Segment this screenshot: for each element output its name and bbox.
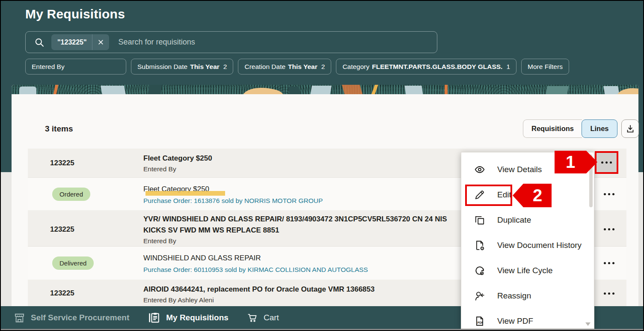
row-actions-button[interactable]	[604, 193, 614, 195]
search-term-label: "123225"	[57, 39, 87, 46]
menu-item-duplicate[interactable]: Duplicate	[461, 207, 594, 233]
row-actions-menu: View Details Edit Duplicate View Documen…	[461, 152, 594, 329]
line-title: WINDSHIELD AND GLASS REPAIR	[143, 253, 469, 264]
callout-number: 1	[555, 151, 586, 173]
requisition-title: AIROID 43644241, replacement PO for Orac…	[143, 284, 469, 295]
ellipsis-icon	[601, 161, 612, 164]
filter-value: This Year	[288, 63, 318, 71]
more-filters-button[interactable]: More Filters	[521, 59, 569, 75]
row-actions-button[interactable]	[604, 292, 614, 295]
yellow-highlight	[145, 191, 225, 196]
clear-search-icon[interactable]	[92, 34, 109, 50]
filter-label: Entered By	[32, 63, 65, 71]
filter-label: More Filters	[528, 63, 563, 71]
requisition-title: Fleet Category $250	[143, 153, 469, 164]
search-input[interactable]	[119, 38, 437, 47]
nav-self-service-procurement[interactable]: Self Service Procurement	[14, 312, 129, 323]
cart-icon	[246, 312, 258, 323]
decorative-banner	[12, 85, 638, 94]
search-term-chip[interactable]: "123225"	[51, 34, 109, 50]
callout-step-1: 1	[555, 151, 597, 173]
callout-arrow-right	[586, 151, 597, 173]
clipboard-icon	[148, 311, 160, 324]
requisition-number: 123225	[28, 149, 143, 177]
filter-label: Creation Date	[244, 63, 285, 71]
nav-label: Cart	[264, 313, 279, 322]
menu-item-label: View Document History	[497, 241, 582, 250]
reassign-icon	[474, 290, 485, 301]
filter-submission-date[interactable]: Submission Date This Year 2	[131, 59, 233, 75]
menu-item-label: View Life Cycle	[497, 266, 553, 275]
menu-item-label: View Details	[497, 165, 542, 174]
menu-item-view-life-cycle[interactable]: View Life Cycle	[461, 258, 594, 283]
filter-label: Submission Date	[137, 63, 187, 71]
menu-item-view-document-history[interactable]: View Document History	[461, 233, 594, 258]
nav-label: Self Service Procurement	[31, 313, 129, 322]
download-icon	[626, 124, 635, 134]
document-history-icon	[474, 240, 485, 251]
page-title: My Requisitions	[25, 7, 125, 21]
menu-item-label: Duplicate	[497, 215, 531, 225]
search-icon	[34, 37, 45, 48]
svg-text:PDF: PDF	[478, 321, 483, 324]
callout-arrow-left	[513, 184, 523, 207]
requisitions-view-button[interactable]: Requisitions	[523, 119, 582, 138]
search-box[interactable]: "123225"	[25, 31, 437, 53]
filter-category[interactable]: Category FLEETMNT.PARTS.GLASS.BODY GLASS…	[336, 59, 516, 75]
eye-icon	[474, 164, 485, 175]
filter-value: FLEETMNT.PARTS.GLASS.BODY GLASS.	[372, 63, 502, 71]
status-badge: Ordered	[52, 188, 90, 201]
nav-my-requisitions[interactable]: My Requisitions	[148, 311, 229, 324]
menu-item-view-pdf[interactable]: PDF View PDF	[461, 308, 594, 331]
edit-menu-item-highlight	[465, 185, 512, 206]
row-actions-button[interactable]	[604, 228, 614, 230]
status-badge: Delivered	[52, 256, 94, 270]
menu-item-label: View PDF	[497, 316, 533, 326]
filter-entered-by[interactable]: Entered By	[25, 59, 126, 75]
callout-step-2: 2	[513, 184, 552, 207]
menu-scroll-down-icon[interactable]	[585, 322, 591, 326]
window-bottom-edge	[1, 329, 643, 331]
row-actions-button-highlighted[interactable]	[595, 151, 618, 174]
filter-bar: Entered By Submission Date This Year 2 C…	[25, 59, 569, 75]
requisition-title: YVR/ WINDSHIELD AND GLASS REPAIR/ 8193/4…	[143, 214, 469, 236]
filter-value: This Year	[190, 63, 220, 71]
app-window: My Requisitions "123225" Entered By Subm…	[0, 0, 644, 331]
row-actions-button[interactable]	[604, 262, 614, 264]
life-cycle-icon	[474, 265, 485, 276]
duplicate-icon	[474, 215, 485, 226]
filter-count: 2	[223, 63, 227, 71]
lines-view-button[interactable]: Lines	[582, 119, 617, 138]
nav-cart[interactable]: Cart	[246, 312, 279, 323]
view-toggle: Requisitions Lines	[523, 119, 617, 138]
requisition-number: 123225	[28, 210, 143, 248]
store-icon	[14, 312, 25, 323]
items-count: 3 items	[45, 124, 73, 134]
menu-item-reassign[interactable]: Reassign	[461, 283, 594, 308]
nav-label: My Requisitions	[166, 313, 229, 322]
filter-count: 2	[321, 63, 325, 71]
menu-item-label: Reassign	[497, 291, 531, 301]
filter-creation-date[interactable]: Creation Date This Year 2	[238, 59, 331, 75]
callout-number: 2	[523, 184, 552, 207]
download-button[interactable]	[621, 119, 639, 138]
filter-label: Category	[342, 63, 369, 71]
pdf-icon: PDF	[474, 316, 485, 327]
filter-count: 1	[506, 63, 510, 71]
